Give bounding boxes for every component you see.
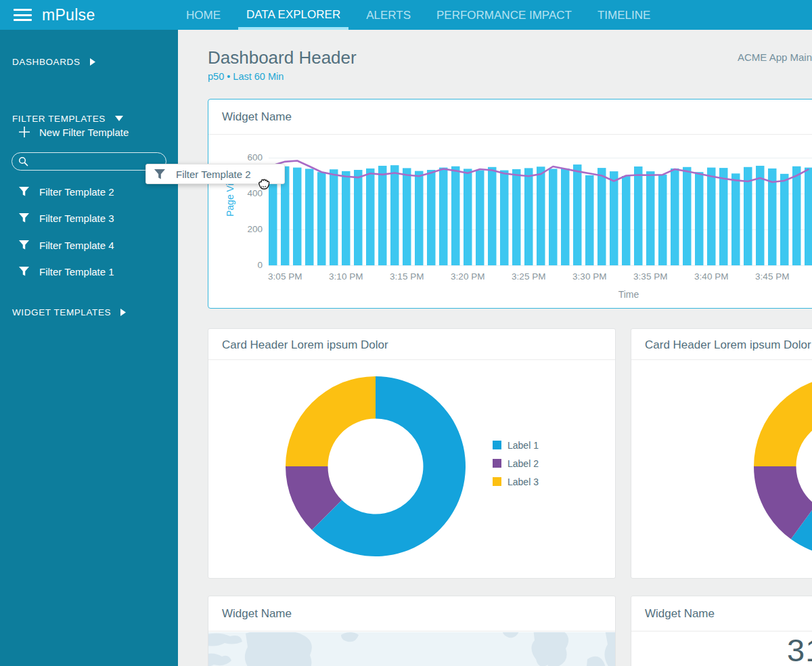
chevron-down-icon	[115, 116, 123, 121]
sidebar-item-filter-template-4[interactable]: Filter Template 4	[0, 236, 178, 254]
new-filter-template-label: New Filter Template	[39, 127, 129, 138]
bar	[378, 166, 387, 265]
bar	[354, 170, 363, 265]
nav-item-timeline[interactable]: TIMELINE	[589, 0, 658, 30]
bar	[549, 169, 558, 265]
bar	[585, 175, 594, 265]
search-icon	[18, 156, 28, 166]
main-content: Dashboard Header p50 • Last 60 Min ACME …	[178, 30, 812, 666]
sidebar: DASHBOARDS FILTER TEMPLATES New Filter T…	[0, 30, 178, 666]
bar	[342, 171, 351, 265]
card-title: Card Header Lorem ipsum Dolor	[631, 329, 812, 360]
x-tick-label: 3:35 PM	[627, 271, 674, 282]
legend-swatch-blue	[493, 441, 501, 449]
bar	[537, 166, 545, 265]
sidebar-item-filter-template-1[interactable]: Filter Template 1	[0, 263, 178, 280]
legend-item-1: Label 1	[493, 436, 539, 454]
bar	[561, 169, 570, 265]
new-filter-template-button[interactable]: New Filter Template	[0, 124, 178, 140]
x-tick-label: 3:40 PM	[687, 271, 735, 282]
bar	[780, 174, 789, 265]
filter-item-label: Filter Template 1	[39, 266, 114, 278]
legend-label: Label 3	[508, 476, 539, 487]
donut-chart-2	[753, 376, 812, 557]
bar	[293, 168, 302, 265]
sidebar-search[interactable]	[12, 152, 166, 171]
x-tick-label: 3:30 PM	[566, 271, 613, 282]
nav-item-home[interactable]: HOME	[178, 0, 229, 30]
chevron-right-icon	[120, 309, 126, 316]
bar	[524, 168, 533, 265]
drag-ghost-filter-template[interactable]: Filter Template 2	[145, 164, 285, 184]
legend-swatch-purple	[493, 459, 501, 468]
page-title: Dashboard Header	[208, 47, 357, 68]
y-axis-title: Page View	[193, 206, 267, 217]
sidebar-section-dashboards[interactable]: DASHBOARDS	[0, 56, 178, 68]
filter-item-label: Filter Template 2	[39, 186, 114, 198]
sidebar-section-filter-templates[interactable]: FILTER TEMPLATES	[0, 112, 178, 125]
funnel-icon	[19, 267, 29, 276]
card-title: Card Header Lorem ipsum Dolor	[208, 329, 615, 360]
x-tick-label: 3:10 PM	[322, 271, 369, 282]
bar	[622, 176, 631, 265]
bar	[805, 168, 812, 265]
sidebar-item-filter-template-3[interactable]: Filter Template 3	[0, 209, 178, 227]
main-nav: HOME DATA EXPLORER ALERTS PERFORMANCE IM…	[178, 0, 668, 30]
widget-title: Widget Name	[208, 99, 812, 135]
search-input[interactable]	[33, 156, 155, 167]
sidebar-section-widget-templates[interactable]: WIDGET TEMPLATES	[0, 306, 178, 318]
legend-label: Label 2	[508, 458, 539, 469]
dashboards-label: DASHBOARDS	[12, 57, 81, 67]
big-number-widget-card: Widget Name 31	[631, 596, 812, 666]
bar	[488, 167, 497, 265]
bar	[695, 172, 704, 265]
bar	[719, 168, 728, 265]
bar	[683, 167, 692, 265]
bar	[707, 168, 716, 265]
bar	[415, 171, 424, 265]
y-tick-200: 200	[235, 225, 263, 234]
funnel-icon	[19, 187, 29, 196]
bar	[451, 166, 460, 265]
bar	[756, 166, 765, 265]
plus-icon	[18, 126, 30, 138]
page-subtitle[interactable]: p50 • Last 60 Min	[208, 71, 284, 82]
timeseries-widget-card: Widget Name 600 400 200 0 Page View Time…	[208, 99, 812, 309]
donut-segment-label-3	[286, 376, 376, 466]
bar	[403, 168, 411, 265]
map-widget-card: Widget Name	[208, 596, 616, 666]
world-map	[208, 632, 615, 666]
brand-zone: mPulse	[0, 6, 178, 24]
bar	[792, 166, 801, 265]
drag-ghost-label: Filter Template 2	[176, 169, 251, 180]
nav-item-data-explorer[interactable]: DATA EXPLORER	[238, 0, 348, 30]
bar	[768, 169, 777, 265]
x-axis-title: Time	[595, 289, 662, 300]
bar	[731, 173, 740, 265]
hamburger-menu-icon[interactable]	[14, 6, 32, 24]
bar	[597, 168, 606, 265]
top-navbar: mPulse HOME DATA EXPLORER ALERTS PERFORM…	[0, 0, 812, 30]
bar	[646, 171, 655, 265]
y-tick-400: 400	[235, 189, 263, 198]
nav-item-alerts[interactable]: ALERTS	[358, 0, 419, 30]
timeseries-svg	[269, 144, 812, 265]
bar	[439, 168, 448, 265]
bar	[634, 166, 643, 265]
filter-templates-label: FILTER TEMPLATES	[12, 114, 106, 124]
bar	[390, 165, 399, 265]
nav-item-performance-impact[interactable]: PERFORMANCE IMPACT	[428, 0, 580, 30]
sidebar-item-filter-template-2[interactable]: Filter Template 2	[0, 183, 178, 200]
x-tick-label: 3:25 PM	[505, 271, 552, 282]
filter-item-label: Filter Template 4	[39, 240, 114, 251]
app-name[interactable]: ACME App Main	[738, 51, 812, 63]
widget-title: Widget Name	[631, 596, 812, 631]
legend-item-3: Label 3	[493, 472, 539, 491]
bar	[671, 169, 679, 265]
bar	[573, 164, 582, 265]
legend-label: Label 1	[508, 440, 539, 451]
bar	[464, 169, 472, 265]
bar	[317, 172, 326, 265]
x-tick-label: 3:20 PM	[444, 271, 491, 282]
y-tick-0: 0	[235, 261, 263, 270]
